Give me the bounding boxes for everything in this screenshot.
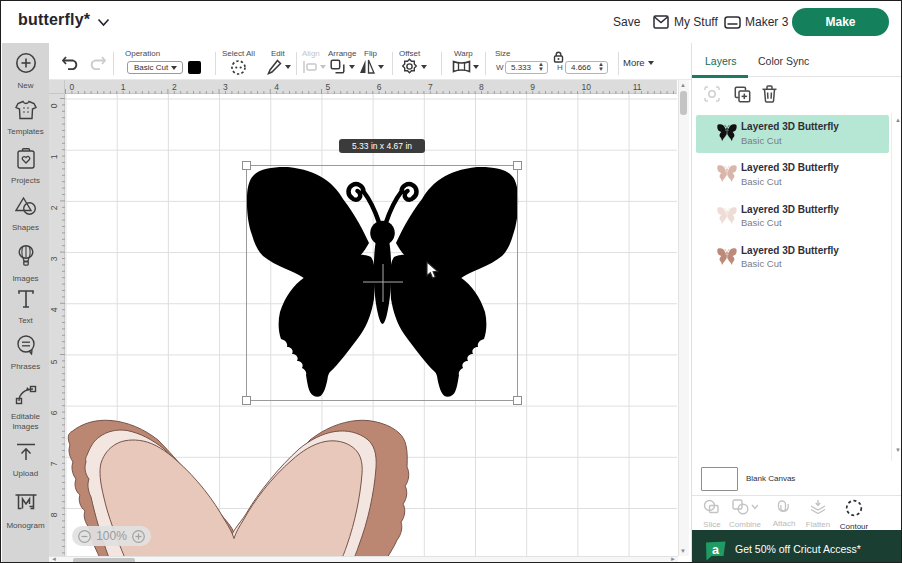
- svg-text:a: a: [712, 543, 720, 557]
